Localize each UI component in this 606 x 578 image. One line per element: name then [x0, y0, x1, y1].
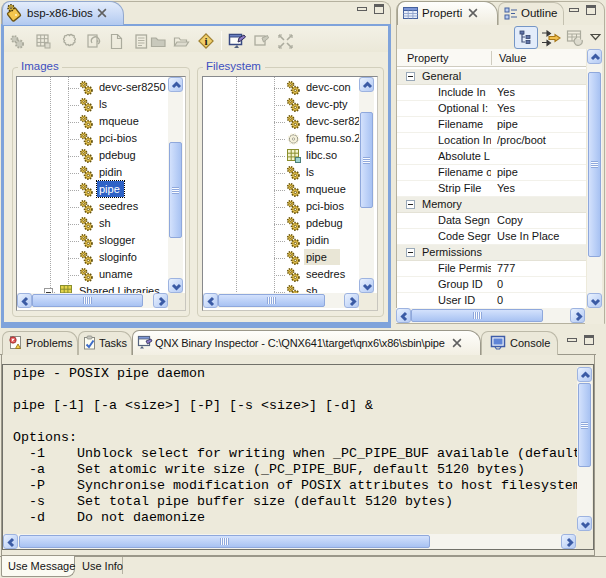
svg-text:i: i: [204, 35, 207, 47]
